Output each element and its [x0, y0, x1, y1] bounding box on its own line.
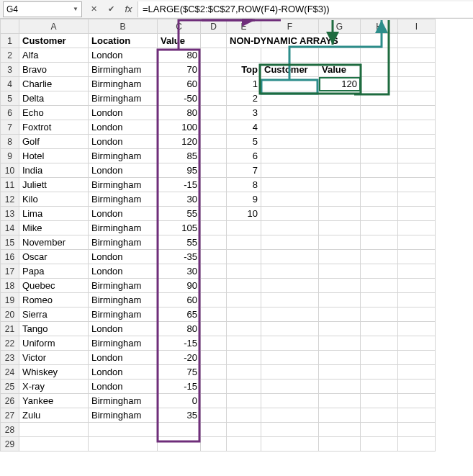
cell[interactable]	[398, 63, 436, 77]
cell[interactable]	[227, 307, 261, 322]
row-header[interactable]: 25	[1, 380, 19, 394]
cell[interactable]	[319, 250, 361, 264]
row-header[interactable]: 20	[1, 307, 19, 322]
cell[interactable]	[261, 437, 319, 452]
cell[interactable]	[261, 192, 319, 207]
col-header-E[interactable]: E	[227, 19, 261, 34]
cell[interactable]: Lima	[19, 207, 89, 221]
row-header[interactable]: 22	[1, 336, 19, 351]
cell[interactable]	[361, 394, 398, 408]
cell[interactable]	[261, 351, 319, 365]
cell[interactable]: 105	[158, 221, 201, 235]
cell[interactable]	[319, 437, 361, 452]
cell[interactable]	[319, 163, 361, 178]
cell[interactable]	[261, 178, 319, 192]
cell[interactable]: Birmingham	[89, 394, 158, 408]
cell[interactable]	[361, 293, 398, 307]
col-header-C[interactable]: C	[158, 19, 201, 34]
cell[interactable]: London	[89, 380, 158, 394]
row-header[interactable]: 4	[1, 77, 19, 91]
cell[interactable]: 75	[158, 365, 201, 380]
cell[interactable]	[319, 235, 361, 250]
cell[interactable]	[398, 48, 436, 63]
cell[interactable]	[261, 408, 319, 423]
cell[interactable]: Bravo	[19, 63, 89, 77]
cell[interactable]: Birmingham	[89, 178, 158, 192]
row-header[interactable]: 26	[1, 394, 19, 408]
cell[interactable]: Birmingham	[89, 336, 158, 351]
cell[interactable]	[201, 336, 227, 351]
cell[interactable]	[361, 91, 398, 106]
cell[interactable]	[319, 178, 361, 192]
cell[interactable]	[319, 120, 361, 135]
cell[interactable]: 120	[158, 135, 201, 149]
cell[interactable]: London	[89, 120, 158, 135]
cell[interactable]	[261, 221, 319, 235]
cell[interactable]	[398, 120, 436, 135]
cell[interactable]	[201, 250, 227, 264]
row-header[interactable]: 21	[1, 322, 19, 336]
cell[interactable]	[227, 322, 261, 336]
cell[interactable]: Birmingham	[89, 63, 158, 77]
cell[interactable]	[398, 207, 436, 221]
cell[interactable]	[19, 437, 89, 452]
cell[interactable]	[319, 380, 361, 394]
cell[interactable]	[227, 264, 261, 279]
cell[interactable]: Birmingham	[89, 77, 158, 91]
cell[interactable]	[261, 250, 319, 264]
cell[interactable]: X-ray	[19, 380, 89, 394]
cell[interactable]	[319, 365, 361, 380]
col-header-F[interactable]: F	[261, 19, 319, 34]
cell[interactable]	[319, 207, 361, 221]
cell[interactable]: -15	[158, 336, 201, 351]
cell[interactable]	[319, 408, 361, 423]
cell[interactable]: 60	[158, 77, 201, 91]
cell[interactable]	[201, 293, 227, 307]
cell[interactable]	[361, 250, 398, 264]
cell[interactable]	[261, 423, 319, 437]
row-header[interactable]: 27	[1, 408, 19, 423]
cell[interactable]	[227, 365, 261, 380]
cell[interactable]	[201, 120, 227, 135]
row-header[interactable]: 23	[1, 351, 19, 365]
cell[interactable]	[201, 178, 227, 192]
cell[interactable]	[261, 293, 319, 307]
cell[interactable]	[201, 91, 227, 106]
cell[interactable]: Alfa	[19, 48, 89, 63]
row-header[interactable]: 15	[1, 235, 19, 250]
cell[interactable]	[158, 423, 201, 437]
cell[interactable]: Charlie	[19, 77, 89, 91]
cell[interactable]: 1	[227, 77, 261, 91]
cell[interactable]	[398, 365, 436, 380]
cell[interactable]: 6	[227, 149, 261, 163]
col-header-A[interactable]: A	[19, 19, 89, 34]
cell[interactable]	[201, 135, 227, 149]
cell[interactable]: 8	[227, 178, 261, 192]
row-header[interactable]: 13	[1, 207, 19, 221]
cell[interactable]	[319, 336, 361, 351]
cell[interactable]: Juliett	[19, 178, 89, 192]
cell[interactable]: Zulu	[19, 408, 89, 423]
cell[interactable]	[319, 91, 361, 106]
cell[interactable]: Kilo	[19, 192, 89, 207]
cell[interactable]: Yankee	[19, 394, 89, 408]
cell[interactable]: London	[89, 351, 158, 365]
cell[interactable]: Oscar	[19, 250, 89, 264]
cell[interactable]	[261, 380, 319, 394]
row-header[interactable]: 6	[1, 106, 19, 120]
row-header[interactable]: 9	[1, 149, 19, 163]
cell[interactable]	[201, 63, 227, 77]
cell[interactable]	[227, 408, 261, 423]
row-header[interactable]: 2	[1, 48, 19, 63]
cell[interactable]	[227, 437, 261, 452]
cell[interactable]: 60	[158, 293, 201, 307]
row-header[interactable]: 19	[1, 293, 19, 307]
col-header-G[interactable]: G	[319, 19, 361, 34]
cell[interactable]: 80	[158, 106, 201, 120]
cell[interactable]	[261, 322, 319, 336]
cell[interactable]	[201, 423, 227, 437]
cell[interactable]: Birmingham	[89, 279, 158, 293]
cell[interactable]	[361, 235, 398, 250]
cell[interactable]: London	[89, 135, 158, 149]
cell[interactable]	[201, 351, 227, 365]
